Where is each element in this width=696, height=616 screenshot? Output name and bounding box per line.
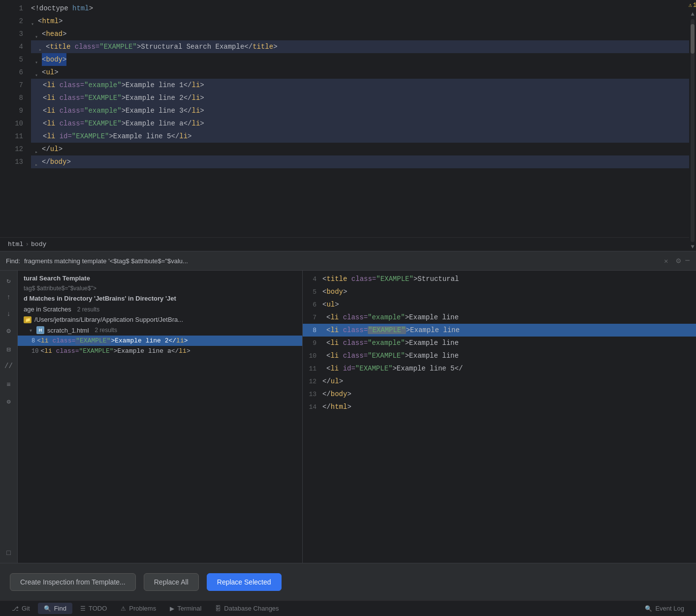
code-line-2: ▾<html> (31, 15, 696, 28)
replace-all-button[interactable]: Replace All (144, 573, 199, 591)
find-label: Find: (6, 257, 20, 265)
fold-icon-4[interactable]: ▸ (39, 44, 45, 50)
replace-selected-button[interactable]: Replace Selected (207, 573, 282, 591)
code-line-11: <li id="EXAMPLE">Example line 5</li> (31, 130, 696, 143)
warning-icon: ⚠ (689, 1, 692, 9)
breadcrumb-sep: › (25, 241, 29, 248)
left-panel: ↻ ↑ ↓ ⚙ ⊟ // ≡ ⊜ □ tural Search Template… (0, 271, 303, 563)
right-line-num-9: 9 (303, 339, 322, 347)
right-line-11: 11 <li id="EXAMPLE">Example line 5</ (303, 362, 696, 375)
sidebar-square-icon[interactable]: □ (3, 547, 15, 559)
results-template-name: tural Search Template (18, 271, 302, 284)
right-line-8: 8 <li class="EXAMPLE">Example line (303, 324, 696, 337)
results-file-name: scratch_1.html (47, 327, 89, 334)
status-bar: ⎇ Git 🔍 Find ☰ TODO ⚠ Problems ▶ Termina… (0, 600, 696, 616)
right-line-num-7: 7 (303, 314, 322, 321)
breadcrumb: html › body (0, 237, 696, 251)
results-file[interactable]: ▾ H scratch_1.html 2 results (18, 325, 302, 336)
right-line-5: 5 <body> (303, 285, 696, 298)
right-line-num-5: 5 (303, 288, 322, 296)
code-line-9: <li class="example">Example line 3</li> (31, 104, 696, 117)
breadcrumb-body[interactable]: body (31, 241, 46, 248)
find-gear-icon[interactable]: ⚙ (676, 256, 681, 266)
status-tab-git-label: Git (22, 605, 30, 612)
code-line-1: <!doctype html> (31, 2, 696, 15)
code-line-7: <li class="example">Example line 1</li> (31, 79, 696, 92)
results-dir-path-text: /Users/jetbrains/Library/Application Sup… (34, 316, 183, 323)
left-sidebar-icons: ↻ ↑ ↓ ⚙ ⊟ // ≡ ⊜ □ (0, 271, 18, 563)
fold-icon-12[interactable]: ▸ (35, 146, 41, 152)
warning-count: 1 (693, 2, 696, 9)
sidebar-refresh-icon[interactable]: ↻ (3, 275, 15, 286)
warning-indicator[interactable]: ⚠ 1 (689, 0, 696, 10)
results-scratch-label: age in Scratches (24, 306, 71, 313)
fold-icon-5[interactable]: ▾ (35, 57, 41, 62)
right-line-num-6: 6 (303, 301, 322, 308)
split-pane: ↻ ↑ ↓ ⚙ ⊟ // ≡ ⊜ □ tural Search Template… (0, 271, 696, 563)
right-line-7: 7 <li class="example">Example line (303, 311, 696, 324)
right-line-num-13: 13 (303, 391, 322, 398)
fold-icon-13[interactable]: ▸ (35, 159, 41, 165)
result-item-8[interactable]: 8<li class="EXAMPLE">Example line 2</li> (18, 336, 302, 346)
result-item-10[interactable]: 10<li class="EXAMPLE">Example line a</li… (18, 346, 302, 356)
status-tab-todo[interactable]: ☰ TODO (74, 603, 113, 614)
right-line-4: 4 <title class="EXAMPLE">Structural (303, 273, 696, 285)
code-area: <!doctype html> ▾<html> ▾<head> ▸<title … (27, 0, 696, 237)
problems-icon: ⚠ (121, 605, 126, 612)
scroll-up-arrow[interactable]: ▲ (690, 10, 695, 18)
right-line-num-12: 12 (303, 378, 322, 385)
status-tab-terminal[interactable]: ▶ Terminal (164, 603, 207, 614)
status-tab-eventlog[interactable]: 🔍 Event Log (639, 603, 690, 614)
fold-icon-3[interactable]: ▾ (35, 31, 41, 37)
left-content: ↻ ↑ ↓ ⚙ ⊟ // ≡ ⊜ □ tural Search Template… (0, 271, 302, 563)
right-line-12: 12 </ul> (303, 375, 696, 388)
fold-icon-6[interactable]: ▾ (35, 69, 41, 75)
sidebar-settings-icon[interactable]: ⚙ (3, 325, 15, 337)
right-line-9: 9 <li class="example">Example line (303, 337, 696, 349)
find-close-icon[interactable]: ✕ (664, 257, 668, 265)
results-file-toggle[interactable]: ▾ (28, 327, 33, 333)
results-matches-title: d Matches in Directory 'JetBrains' in Di… (18, 293, 302, 304)
status-tab-problems-label: Problems (129, 605, 156, 612)
results-file-count: 2 results (95, 327, 117, 334)
status-tab-todo-label: TODO (89, 605, 107, 612)
code-line-4: ▸<title class="EXAMPLE">Structural Searc… (31, 40, 696, 53)
sidebar-up-icon[interactable]: ↑ (3, 291, 15, 303)
code-line-13: ▸</body> (31, 155, 696, 168)
code-line-8: <li class="EXAMPLE">Example line 2</li> (31, 92, 696, 104)
scrollbar-track[interactable] (691, 19, 695, 237)
code-line-3: ▾<head> (31, 28, 696, 40)
status-tab-find-label: Find (54, 605, 66, 612)
right-code-area: 4 <title class="EXAMPLE">Structural 5 <b… (303, 271, 696, 563)
terminal-icon: ▶ (170, 605, 174, 612)
code-line-5: ▾<body> (31, 53, 696, 66)
results-template-query: tag$ $attribute$="$value$"> (18, 284, 302, 293)
right-line-num-11: 11 (303, 365, 322, 372)
status-tab-problems[interactable]: ⚠ Problems (115, 603, 162, 614)
right-line-14: 14 </html> (303, 400, 696, 413)
breadcrumb-html[interactable]: html (8, 241, 23, 248)
right-line-num-4: 4 (303, 276, 322, 283)
status-tab-git[interactable]: ⎇ Git (6, 603, 36, 614)
results-panel[interactable]: tural Search Template tag$ $attribute$="… (18, 271, 302, 563)
scrollbar-thumb[interactable] (691, 24, 695, 54)
line-numbers: 1 2 3 4 5 6 7 8 9 10 11 12 13 (0, 0, 27, 237)
status-tab-db[interactable]: 🗄 Database Changes (209, 603, 285, 614)
sidebar-slash-icon[interactable]: // (3, 360, 15, 372)
code-line-12: ▸</ul> (31, 143, 696, 155)
sidebar-lines-icon[interactable]: ≡ (3, 379, 15, 391)
git-icon: ⎇ (12, 605, 19, 612)
create-inspection-button[interactable]: Create Inspection from Template... (10, 573, 136, 591)
find-collapse-icon[interactable]: − (685, 256, 690, 266)
bottom-buttons: Create Inspection from Template... Repla… (0, 563, 696, 600)
sidebar-layout-icon[interactable]: ⊟ (3, 343, 15, 355)
right-line-num-8: 8 (303, 327, 322, 334)
find-tab-icon: 🔍 (44, 605, 51, 612)
code-line-10: <li class="EXAMPLE">Example line a</li> (31, 117, 696, 130)
fold-icon-2[interactable]: ▾ (31, 18, 37, 24)
db-icon: 🗄 (215, 605, 221, 612)
sidebar-down-icon[interactable]: ↓ (3, 308, 15, 320)
editor-scrollbar[interactable]: ⚠ 1 ▲ ▼ (689, 0, 696, 237)
status-tab-find[interactable]: 🔍 Find (38, 603, 72, 614)
sidebar-lines2-icon[interactable]: ⊜ (3, 396, 15, 407)
